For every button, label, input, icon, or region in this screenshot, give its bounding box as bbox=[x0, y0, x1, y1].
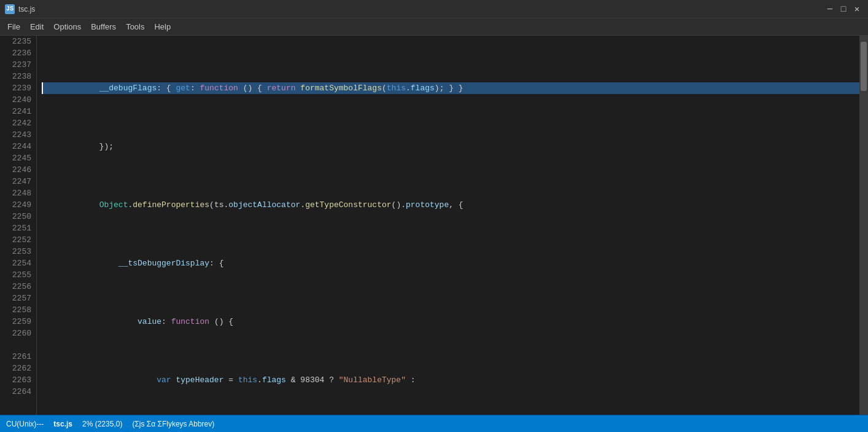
code-lines: __debugFlags: { get: function () { retur… bbox=[42, 36, 859, 415]
scrollbar-thumb[interactable] bbox=[861, 42, 867, 91]
line-num-2245: 2245 bbox=[0, 152, 31, 164]
status-position: 2% (2235,0) bbox=[82, 420, 122, 428]
line-num-2242: 2242 bbox=[0, 117, 31, 129]
title-bar: JS tsc.js ─ □ ✕ bbox=[0, 0, 868, 18]
line-numbers: 2235 2236 2237 2238 2239 2240 2241 2242 … bbox=[0, 36, 37, 415]
line-num-2255: 2255 bbox=[0, 269, 31, 281]
line-num-empty1 bbox=[0, 339, 31, 351]
line-num-2259: 2259 bbox=[0, 316, 31, 328]
status-modes: (Σjs Σα ΣFlykeys Abbrev) bbox=[132, 420, 214, 428]
code-line-2237: Object.defineProperties(ts.objectAllocat… bbox=[42, 199, 859, 211]
menu-help[interactable]: Help bbox=[149, 18, 176, 35]
status-filename: tsc.js bbox=[53, 420, 72, 428]
line-num-2257: 2257 bbox=[0, 293, 31, 304]
line-num-2258: 2258 bbox=[0, 304, 31, 316]
line-num-2248: 2248 bbox=[0, 187, 31, 199]
line-num-2254: 2254 bbox=[0, 257, 31, 269]
app-icon: JS bbox=[5, 4, 15, 14]
close-button[interactable]: ✕ bbox=[851, 3, 863, 15]
menu-file[interactable]: File bbox=[2, 18, 25, 35]
line-num-2241: 2241 bbox=[0, 106, 31, 117]
line-num-2240: 2240 bbox=[0, 94, 31, 106]
line-num-2236: 2236 bbox=[0, 47, 31, 59]
menu-tools[interactable]: Tools bbox=[121, 18, 149, 35]
menu-edit[interactable]: Edit bbox=[25, 18, 48, 35]
line-num-2264: 2264 bbox=[0, 386, 31, 398]
line-num-2253: 2253 bbox=[0, 246, 31, 257]
menu-bar: File Edit Options Buffers Tools Help bbox=[0, 18, 868, 36]
line-num-2237: 2237 bbox=[0, 59, 31, 71]
maximize-button[interactable]: □ bbox=[837, 3, 850, 15]
code-line-2235: __debugFlags: { get: function () { retur… bbox=[42, 82, 859, 94]
line-num-2244: 2244 bbox=[0, 141, 31, 152]
menu-options[interactable]: Options bbox=[48, 18, 86, 35]
minimize-button[interactable]: ─ bbox=[824, 3, 836, 15]
line-num-2263: 2263 bbox=[0, 374, 31, 386]
line-num-2239: 2239 bbox=[0, 82, 31, 94]
line-num-2252: 2252 bbox=[0, 234, 31, 246]
line-num-2250: 2250 bbox=[0, 211, 31, 222]
window-title: tsc.js bbox=[18, 5, 35, 14]
line-num-empty2 bbox=[0, 398, 31, 409]
line-num-2261: 2261 bbox=[0, 351, 31, 363]
code-line-2238: __tsDebuggerDisplay: { bbox=[42, 257, 859, 269]
code-line-2236: }); bbox=[42, 141, 859, 152]
code-line-2240: var typeHeader = this.flags & 98304 ? "N… bbox=[42, 374, 859, 386]
status-bar: CU(Unix)--- tsc.js 2% (2235,0) (Σjs Σα Σ… bbox=[0, 415, 868, 432]
code-content[interactable]: __debugFlags: { get: function () { retur… bbox=[37, 36, 859, 415]
status-mode: CU(Unix)--- bbox=[6, 420, 44, 428]
line-num-2246: 2246 bbox=[0, 164, 31, 176]
line-num-2260: 2260 bbox=[0, 328, 31, 339]
editor: 2235 2236 2237 2238 2239 2240 2241 2242 … bbox=[0, 36, 868, 415]
window-controls[interactable]: ─ □ ✕ bbox=[824, 3, 863, 15]
line-num-2262: 2262 bbox=[0, 363, 31, 374]
line-num-2238: 2238 bbox=[0, 71, 31, 82]
line-num-2251: 2251 bbox=[0, 222, 31, 234]
vertical-scrollbar[interactable] bbox=[859, 36, 868, 415]
line-num-2256: 2256 bbox=[0, 281, 31, 293]
menu-buffers[interactable]: Buffers bbox=[86, 18, 121, 35]
code-line-2239: value: function () { bbox=[42, 316, 859, 328]
line-num-2247: 2247 bbox=[0, 176, 31, 187]
line-num-2249: 2249 bbox=[0, 199, 31, 211]
line-num-2243: 2243 bbox=[0, 129, 31, 141]
line-num-2235: 2235 bbox=[0, 36, 31, 47]
